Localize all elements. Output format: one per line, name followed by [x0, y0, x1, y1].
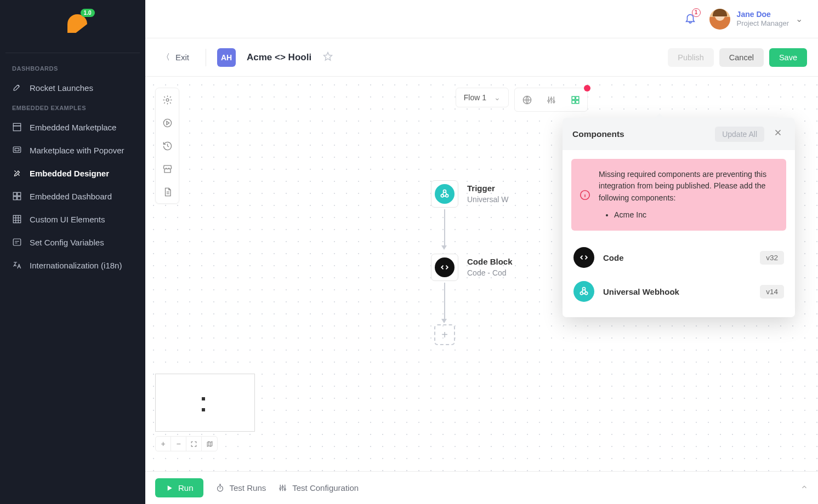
component-item-code[interactable]: Code v32	[571, 240, 786, 274]
settings-button[interactable]	[156, 88, 179, 111]
expand-icon	[190, 440, 197, 448]
nav-label: Marketplace with Popover	[30, 146, 124, 155]
chevron-down-icon: ⌄	[796, 14, 803, 24]
avatar	[709, 9, 730, 30]
save-button[interactable]: Save	[769, 48, 807, 67]
document-icon	[162, 187, 173, 197]
close-button[interactable]	[771, 125, 785, 142]
nav-embedded-designer[interactable]: Embedded Designer	[0, 162, 145, 185]
code-icon	[435, 257, 455, 277]
test-runs-tab[interactable]: Test Runs	[215, 483, 266, 492]
nav-rocket-launches[interactable]: Rocket Launches	[0, 76, 145, 99]
minimap[interactable]	[155, 374, 255, 432]
svg-rect-3	[13, 147, 21, 153]
logo: 1.0	[0, 0, 145, 53]
zoom-out-button[interactable]: −	[171, 437, 186, 451]
history-button[interactable]	[156, 134, 179, 157]
svg-rect-1	[13, 123, 21, 126]
svg-rect-19	[572, 100, 575, 104]
svg-rect-17	[572, 96, 575, 100]
popover-icon	[12, 145, 22, 155]
node-trigger[interactable]: Trigger Universal W	[431, 180, 508, 208]
doc-button[interactable]	[156, 180, 179, 203]
arrow-down-icon	[441, 319, 447, 323]
map-icon	[206, 440, 213, 448]
config-icon	[12, 237, 22, 247]
section-dashboards: DASHBOARDS	[0, 60, 145, 76]
svg-rect-20	[576, 100, 579, 104]
mode-globe[interactable]	[515, 88, 539, 111]
nav-label: Embedded Designer	[30, 169, 109, 178]
view-mode-toggle	[514, 88, 588, 112]
mode-components[interactable]	[563, 88, 587, 111]
user-role: Project Manager	[737, 19, 789, 28]
svg-point-29	[280, 488, 281, 490]
test-config-tab[interactable]: Test Configuration	[278, 483, 359, 492]
minimap-node	[202, 397, 205, 400]
flow-connector	[444, 283, 445, 320]
nav-set-config[interactable]: Set Config Variables	[0, 231, 145, 254]
webhook-icon	[573, 281, 594, 302]
close-icon	[773, 128, 783, 138]
flow-selector[interactable]: Flow 1 ⌄	[456, 88, 509, 107]
test-runs-label: Test Runs	[230, 483, 266, 492]
nav-label: Embedded Dashboard	[30, 192, 112, 201]
globe-icon	[522, 95, 532, 105]
nav-embedded-dashboard[interactable]: Embedded Dashboard	[0, 185, 145, 208]
svg-point-30	[282, 486, 283, 488]
svg-rect-4	[15, 148, 19, 151]
info-icon	[579, 189, 591, 201]
fit-view-button[interactable]	[186, 437, 202, 451]
tools-icon	[12, 168, 22, 178]
component-name: Universal Webhook	[603, 287, 751, 296]
sliders-icon	[278, 483, 287, 492]
component-item-webhook[interactable]: Universal Webhook v14	[571, 274, 786, 308]
panel-title: Components	[572, 129, 708, 139]
notifications-button[interactable]: 1	[684, 12, 696, 26]
favorite-button[interactable]	[322, 51, 333, 64]
map-toggle-button[interactable]	[202, 437, 217, 451]
add-node-button[interactable]: +	[434, 324, 455, 345]
exit-label: Exit	[175, 53, 189, 62]
zoom-in-button[interactable]: +	[156, 437, 171, 451]
cancel-button[interactable]: Cancel	[719, 48, 764, 67]
chevron-up-icon	[800, 483, 808, 491]
flow-connector	[444, 209, 445, 247]
play-circle-icon	[162, 118, 173, 128]
sidebar: 1.0 DASHBOARDS Rocket Launches EMBEDDED …	[0, 0, 145, 504]
component-name: Code	[603, 253, 751, 262]
divider	[206, 49, 206, 66]
nav-marketplace-popover[interactable]: Marketplace with Popover	[0, 139, 145, 162]
canvas[interactable]: Flow 1 ⌄ Trigger Universal W Code Block	[145, 77, 818, 471]
nav-label: Custom UI Elements	[30, 215, 105, 224]
user-menu[interactable]: Jane Doe Project Manager ⌄	[709, 9, 803, 30]
header: 〈 Exit AH Acme <> Hooli Publish Cancel S…	[145, 38, 818, 77]
svg-point-16	[553, 101, 554, 102]
nav-embedded-marketplace[interactable]: Embedded Marketplace	[0, 116, 145, 139]
play-button[interactable]	[156, 111, 179, 134]
user-name: Jane Doe	[737, 10, 789, 19]
nav-custom-ui[interactable]: Custom UI Elements	[0, 208, 145, 231]
components-panel: Components Update All Missing required c…	[563, 118, 795, 317]
translate-icon	[12, 260, 22, 270]
svg-rect-6	[18, 192, 21, 196]
run-button[interactable]: Run	[155, 478, 203, 497]
node-code[interactable]: Code Block Code - Cod	[431, 254, 513, 281]
marketplace-button[interactable]	[156, 157, 179, 180]
gear-icon	[162, 95, 173, 105]
nav-i18n[interactable]: Internationalization (i18n)	[0, 254, 145, 277]
nav-label: Embedded Marketplace	[30, 123, 116, 132]
code-icon	[573, 247, 594, 268]
svg-rect-7	[13, 197, 16, 200]
svg-rect-0	[67, 33, 77, 41]
svg-point-14	[548, 100, 549, 101]
exit-button[interactable]: 〈 Exit	[156, 49, 195, 66]
main: 1 Jane Doe Project Manager ⌄ 〈 Exit AH A…	[145, 0, 818, 504]
mode-sliders[interactable]	[539, 88, 563, 111]
sliders-icon	[546, 95, 556, 105]
bottom-bar: Run Test Runs Test Configuration	[145, 471, 818, 504]
store-icon	[162, 164, 173, 174]
play-icon	[165, 484, 174, 492]
expand-panel-button[interactable]	[800, 483, 808, 493]
minimap-node	[202, 408, 205, 411]
